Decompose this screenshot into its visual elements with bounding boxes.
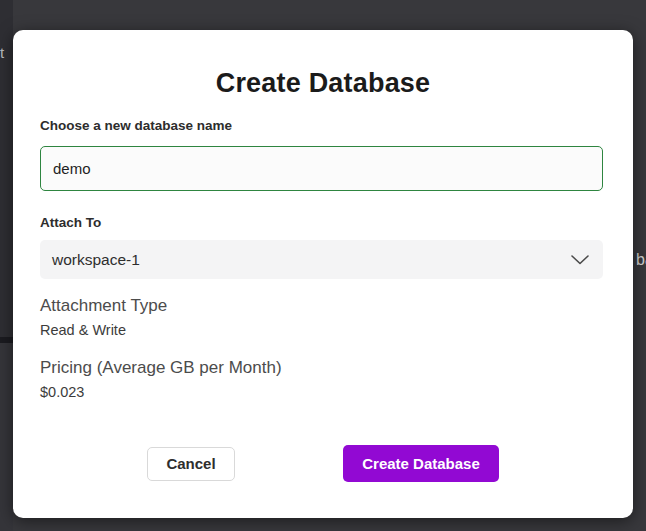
attachment-type-value: Read & Write xyxy=(40,322,167,338)
database-name-label: Choose a new database name xyxy=(40,118,232,133)
cancel-button[interactable]: Cancel xyxy=(147,447,235,481)
attach-to-label: Attach To xyxy=(40,215,101,230)
pricing-section: Pricing (Average GB per Month) $0.023 xyxy=(40,358,282,400)
background-panel-sliver xyxy=(0,343,13,531)
background-clipped-text-left: t xyxy=(0,44,4,61)
database-name-input[interactable] xyxy=(40,146,603,191)
screen: t ba Create Database Choose a new databa… xyxy=(0,0,646,531)
attachment-type-section: Attachment Type Read & Write xyxy=(40,296,167,338)
create-database-dialog: Create Database Choose a new database na… xyxy=(13,30,633,518)
pricing-value: $0.023 xyxy=(40,384,282,400)
attach-to-select[interactable]: workspace-1 xyxy=(40,240,603,279)
attach-to-selected-value: workspace-1 xyxy=(52,251,571,269)
pricing-label: Pricing (Average GB per Month) xyxy=(40,358,282,378)
background-sidebar-sliver: t xyxy=(0,0,13,531)
attachment-type-label: Attachment Type xyxy=(40,296,167,316)
dialog-title: Create Database xyxy=(13,68,633,99)
create-database-button[interactable]: Create Database xyxy=(343,445,499,482)
chevron-down-icon xyxy=(571,255,589,265)
dialog-actions: Cancel Create Database xyxy=(13,445,633,482)
background-clipped-text-right: ba xyxy=(636,251,646,269)
